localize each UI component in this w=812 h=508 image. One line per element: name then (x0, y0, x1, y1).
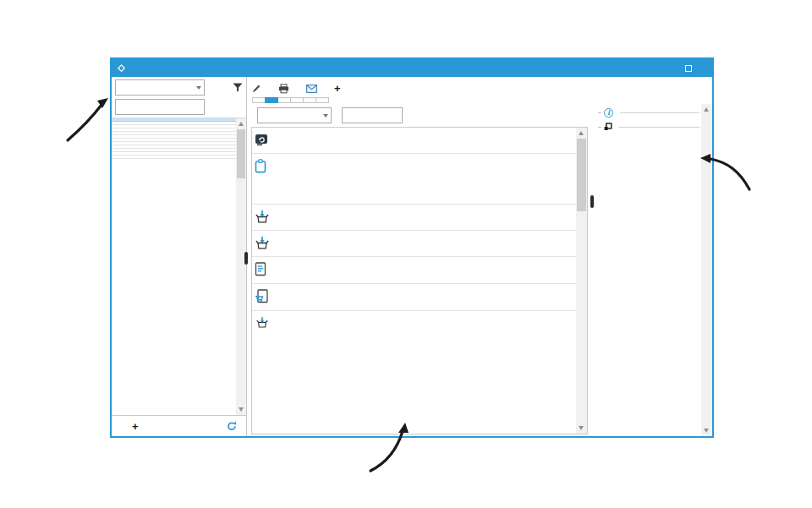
type-dropdown[interactable] (257, 107, 332, 123)
timeline-entry-adjustment (252, 128, 576, 154)
timeline-entry-receipt-partial (252, 311, 576, 335)
tab-insights[interactable] (290, 97, 304, 103)
splitter-handle-icon[interactable] (590, 195, 594, 208)
plus-icon: + (132, 421, 139, 432)
page: + (0, 0, 812, 508)
email-button[interactable] (306, 85, 321, 93)
po-icon (255, 289, 268, 303)
refresh-button[interactable] (227, 421, 241, 431)
timeline-entry-order (252, 257, 576, 284)
annotation-search-filter (3, 134, 112, 137)
timeline-scrollbar[interactable] (576, 128, 587, 434)
characteristics-header (598, 123, 700, 131)
tab-vendors[interactable] (315, 97, 329, 103)
timeline-filter-bar (251, 104, 588, 127)
timeline-entry-po (252, 284, 576, 311)
tab-prices[interactable] (277, 97, 291, 103)
tab-substitutions[interactable] (303, 97, 316, 103)
create-button[interactable]: + (334, 83, 344, 94)
scroll-up-icon[interactable] (579, 131, 584, 135)
product-list-panel: + (112, 77, 247, 436)
scroll-down-icon[interactable] (704, 429, 709, 433)
scroll-up-icon[interactable] (704, 107, 709, 112)
timeline-entry-note (252, 154, 576, 205)
plus-icon: + (334, 83, 341, 94)
splitter-handle-icon[interactable] (244, 252, 248, 265)
chevron-down-icon (196, 86, 201, 90)
info-icon: i (604, 108, 613, 117)
scroll-down-icon[interactable] (239, 407, 244, 412)
envelope-icon (306, 85, 317, 93)
order-icon (255, 262, 266, 276)
timeline-pane (251, 104, 588, 436)
pane-splitter[interactable] (588, 104, 596, 436)
characteristics-icon (604, 123, 612, 131)
product-list (112, 117, 246, 415)
timeline-entry-receipt (252, 205, 576, 231)
scroll-down-icon[interactable] (579, 426, 584, 430)
funnel-icon (233, 83, 243, 92)
timeline-entry-receipt (252, 231, 576, 257)
info-header: i (598, 108, 700, 117)
product-detail-panel: + (247, 77, 712, 436)
annotation-event-timeline (279, 443, 372, 446)
product-list-item[interactable] (112, 156, 236, 159)
info-panel-scrollbar[interactable] (701, 104, 712, 436)
annotation-key-info (717, 188, 812, 191)
search-input[interactable] (115, 99, 205, 115)
timeline-entries (251, 127, 588, 434)
app-icon (117, 63, 126, 73)
print-button[interactable] (278, 84, 293, 94)
tab-inventory[interactable] (252, 97, 266, 103)
refresh-icon (227, 421, 237, 431)
scroll-up-icon[interactable] (239, 122, 244, 126)
product-list-scrollbar[interactable] (236, 118, 246, 415)
note-icon (255, 159, 266, 173)
edit-button[interactable] (252, 84, 265, 93)
pencil-icon (252, 84, 261, 93)
receipt-icon (255, 210, 270, 223)
look-for-input[interactable] (342, 107, 403, 123)
scroll-thumb[interactable] (237, 129, 245, 178)
toolbar: + (251, 81, 712, 97)
titlebar[interactable] (112, 59, 712, 77)
printer-icon (278, 84, 289, 94)
note-meta (483, 158, 574, 200)
status-filter-dropdown[interactable] (115, 79, 205, 96)
app-window: + (110, 57, 714, 438)
tab-timeline[interactable] (265, 97, 278, 103)
detail-tabs (251, 97, 712, 103)
filter-button[interactable] (230, 83, 243, 92)
list-footer: + (112, 415, 246, 436)
adjustment-icon (255, 133, 269, 146)
new-product-button[interactable]: + (132, 421, 143, 432)
scroll-thumb[interactable] (577, 139, 586, 211)
chevron-down-icon (323, 114, 328, 117)
maximize-icon[interactable] (685, 65, 692, 72)
info-panel: i (596, 104, 701, 436)
receipt-icon (255, 236, 270, 249)
receipt-icon (255, 316, 270, 328)
